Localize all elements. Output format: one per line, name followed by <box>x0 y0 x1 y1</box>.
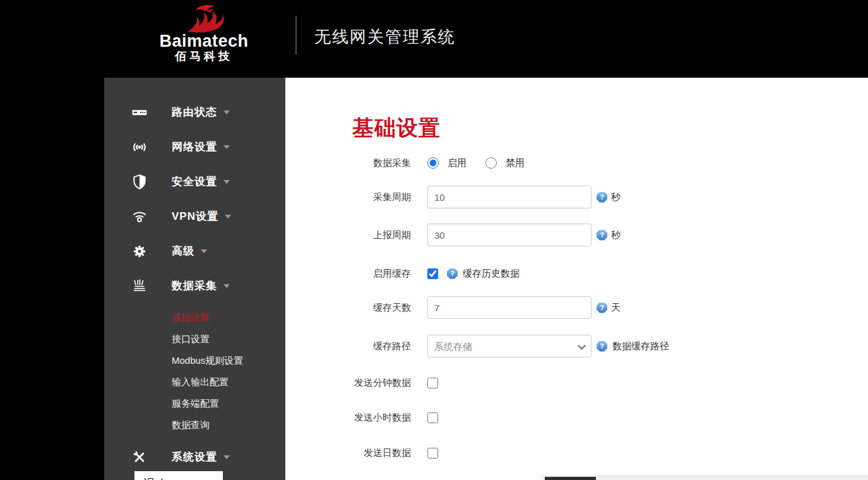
field-label: 缓存天数 <box>285 302 411 314</box>
form-row-send-hour: 发送小时数据 <box>285 406 866 429</box>
main-content: 基础设置 数据采集 启用 禁用 采集周期 ? 秒 上报周期 ? 秒 启用缓存 <box>285 78 868 480</box>
send-day-checkbox[interactable] <box>427 448 438 459</box>
enable-cache-checkbox[interactable] <box>427 268 438 279</box>
sidebar-item-label: 路由状态 <box>172 105 217 119</box>
sidebar-item-system-settings[interactable]: 系统设置 <box>104 440 285 474</box>
disable-radio-label: 禁用 <box>506 157 525 169</box>
scrollbar-thumb[interactable] <box>545 477 596 480</box>
sidebar-nav: 路由状态 网络设置 安全设置 VPN设置 高级 数据采集 <box>104 78 285 480</box>
chevron-down-icon <box>223 455 230 459</box>
field-label: 上报周期 <box>285 229 411 241</box>
field-label: 发送日数据 <box>285 447 411 459</box>
collector-icon <box>131 277 148 295</box>
cache-path-hint: 数据缓存路径 <box>612 340 669 352</box>
unit-label: 秒 <box>611 229 621 241</box>
submenu-item-server-config[interactable]: 服务端配置 <box>172 393 285 414</box>
send-minute-checkbox[interactable] <box>427 378 438 388</box>
wifi-icon <box>131 208 148 225</box>
field-label: 发送小时数据 <box>285 412 411 424</box>
unit-label: 天 <box>611 302 621 314</box>
disable-radio[interactable] <box>485 157 497 169</box>
form-row-data-collect: 数据采集 启用 禁用 <box>285 152 866 174</box>
sidebar-item-label: 高级 <box>172 244 194 258</box>
cache-days-input[interactable] <box>427 296 592 319</box>
sidebar-item-vpn-settings[interactable]: VPN设置 <box>104 199 285 234</box>
help-icon[interactable]: ? <box>597 303 607 313</box>
system-title: 无线网关管理系统 <box>314 26 456 48</box>
header-divider <box>295 16 297 55</box>
shield-icon <box>131 173 148 191</box>
form-row-cache-days: 缓存天数 ? 天 <box>285 296 866 319</box>
field-label: 发送分钟数据 <box>285 377 411 389</box>
sidebar-item-advanced[interactable]: 高级 <box>104 234 285 268</box>
form-row-collect-period: 采集周期 ? 秒 <box>285 186 866 208</box>
gear-icon <box>131 243 148 260</box>
sidebar-item-router-status[interactable]: 路由状态 <box>104 95 285 129</box>
chevron-down-icon <box>223 284 230 288</box>
form-row-send-minute: 发送分钟数据 <box>285 371 866 394</box>
brand-name-cn: 佰马科技 <box>153 49 254 63</box>
app-header: Baimatech 佰马科技 无线网关管理系统 <box>0 0 868 78</box>
field-label: 启用缓存 <box>285 268 411 280</box>
cache-path-select[interactable]: 系统存储 <box>427 335 592 357</box>
submenu-item-basic-settings[interactable]: 基础设置 <box>172 307 285 328</box>
send-hour-checkbox[interactable] <box>427 412 438 423</box>
antenna-icon <box>131 138 148 156</box>
chevron-down-icon <box>223 111 230 114</box>
logout-button[interactable]: 退出 <box>134 471 223 480</box>
help-icon[interactable]: ? <box>447 268 458 279</box>
unit-label: 秒 <box>611 191 621 203</box>
submenu-item-modbus-rules[interactable]: Modbus规则设置 <box>172 350 285 371</box>
horse-logo-icon <box>175 4 233 33</box>
form-row-send-day: 发送日数据 <box>285 441 866 464</box>
enable-radio-label: 启用 <box>448 157 467 169</box>
collect-period-input[interactable] <box>427 186 592 208</box>
form-row-cache-path: 缓存路径 系统存储 ? 数据缓存路径 <box>285 335 866 357</box>
sidebar-item-label: VPN设置 <box>172 209 218 224</box>
sidebar-item-label: 数据采集 <box>172 279 217 293</box>
router-icon <box>131 104 148 121</box>
sidebar-item-label: 系统设置 <box>172 450 217 464</box>
sidebar-item-data-collection[interactable]: 数据采集 <box>104 268 285 303</box>
sidebar-item-network-settings[interactable]: 网络设置 <box>104 129 285 164</box>
horizontal-scrollbar[interactable] <box>541 476 868 480</box>
chevron-down-icon <box>223 180 230 184</box>
brand-name: Baimatech <box>153 33 254 49</box>
enable-radio[interactable] <box>427 157 439 169</box>
help-icon[interactable]: ? <box>597 230 607 241</box>
field-label: 采集周期 <box>285 191 411 203</box>
form-row-report-period: 上报周期 ? 秒 <box>285 224 866 246</box>
help-icon[interactable]: ? <box>597 192 607 203</box>
submenu-item-interface-settings[interactable]: 接口设置 <box>172 328 285 350</box>
chevron-down-icon <box>223 145 230 149</box>
form-row-enable-cache: 启用缓存 ? 缓存历史数据 <box>285 262 866 285</box>
field-label: 数据采集 <box>285 157 411 169</box>
chevron-down-icon <box>225 215 231 219</box>
sidebar-item-label: 网络设置 <box>172 140 217 154</box>
tools-icon <box>131 448 148 466</box>
sidebar-item-security-settings[interactable]: 安全设置 <box>104 164 285 199</box>
help-icon[interactable]: ? <box>597 341 607 352</box>
brand-logo: Baimatech 佰马科技 <box>153 4 254 63</box>
cache-hint: 缓存历史数据 <box>463 268 520 280</box>
sidebar-item-label: 安全设置 <box>172 174 217 189</box>
submenu-item-data-query[interactable]: 数据查询 <box>172 414 285 436</box>
submenu-item-io-config[interactable]: 输入输出配置 <box>172 371 285 393</box>
report-period-input[interactable] <box>427 224 592 246</box>
data-collection-submenu: 基础设置 接口设置 Modbus规则设置 输入输出配置 服务端配置 数据查询 <box>104 303 285 436</box>
chevron-down-icon <box>201 249 207 253</box>
field-label: 缓存路径 <box>285 340 411 352</box>
page-title: 基础设置 <box>352 114 441 143</box>
